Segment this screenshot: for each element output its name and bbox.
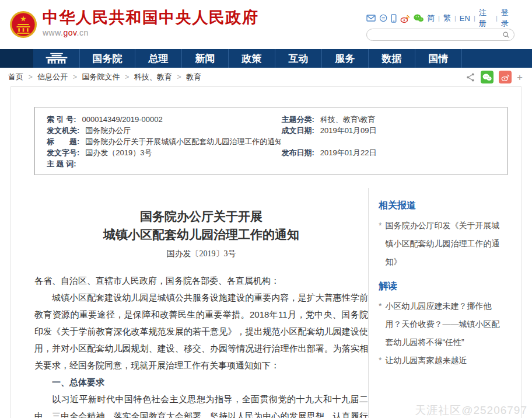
register-link[interactable]: 注册 <box>479 8 492 29</box>
meta-label: 索 引 号: <box>47 114 76 125</box>
nav-item-interact[interactable]: 互动 <box>275 49 322 68</box>
link-separator: | <box>438 15 440 22</box>
breadcrumb-row: 首页 > 信息公开 > 国务院文件 > 科技、教育 > 教育 <box>0 68 532 86</box>
link-separator: | <box>454 15 456 22</box>
lang-traditional-link[interactable]: 繁 <box>443 13 451 23</box>
share-more-button[interactable]: + <box>517 72 523 82</box>
meta-label: 主 题 词: <box>47 158 76 169</box>
lang-simplified-link[interactable]: 简 <box>427 13 435 23</box>
reading-list: *小区幼儿园应建未建？挪作他用？天价收费？——城镇小区配套幼儿园将不得“任性” … <box>379 297 506 370</box>
brand[interactable]: 中华人民共和国中央人民政府 www.gov.cn <box>9 8 259 39</box>
content-box: 索 引 号:000014349/2019-00002 发文机关:国务院办公厅 标… <box>10 86 522 418</box>
related-link[interactable]: 国务院办公厅印发《关于开展城镇小区配套幼儿园治理工作的通知》 <box>385 217 506 271</box>
mail-icon[interactable] <box>366 14 376 22</box>
meta-value: 国办发（2019）3号 <box>85 148 152 157</box>
nav-item-national[interactable]: 国情 <box>415 49 462 68</box>
meta-row-topic-category: 主题分类:科技、教育\教育 <box>281 114 507 125</box>
related-list: *国务院办公厅印发《关于开展城镇小区配套幼儿园治理工作的通知》 <box>379 217 506 271</box>
lang-english-link[interactable]: EN <box>460 14 470 23</box>
breadcrumb-separator: > <box>29 73 33 81</box>
tiananmen-icon <box>43 52 70 65</box>
search-icon[interactable] <box>502 31 510 39</box>
breadcrumb-sci-tech-edu[interactable]: 科技、教育 <box>134 72 172 81</box>
login-link[interactable]: 登录 <box>501 8 514 29</box>
content-columns: 国务院办公厅关于开展城镇小区配套幼儿园治理工作的通知 国办发〔2019〕3号 各… <box>11 188 521 418</box>
document-title-line2: 城镇小区配套幼儿园治理工作的通知 <box>103 228 299 242</box>
sidebar-reading-title: 解读 <box>379 280 506 292</box>
main-nav: 国务院 总理 新闻 政策 互动 服务 数据 国情 <box>0 49 532 68</box>
nav-item-state-council[interactable]: 国务院 <box>80 49 135 68</box>
breadcrumb-education[interactable]: 教育 <box>186 72 201 81</box>
link-separator: | <box>474 15 475 22</box>
breadcrumb-info-disclosure[interactable]: 信息公开 <box>37 72 68 81</box>
sidebar: 相关报道 *国务院办公厅印发《关于开展城镇小区配套幼儿园治理工作的通知》 解读 … <box>369 188 521 418</box>
meta-label: 发文字号: <box>47 147 79 158</box>
nav-item-news[interactable]: 新闻 <box>182 49 229 68</box>
meta-value: 国务院办公厅关于开展城镇小区配套幼儿园治理工作的通知 <box>85 137 281 146</box>
share-wechat-button[interactable] <box>481 71 494 83</box>
meta-row-spacer <box>281 136 507 147</box>
url-cn: .cn <box>77 28 89 37</box>
breadcrumb: 首页 > 信息公开 > 国务院文件 > 科技、教育 > 教育 <box>8 72 201 82</box>
meta-row-keywords: 主 题 词: <box>47 158 281 169</box>
nav-item-data[interactable]: 数据 <box>369 49 415 68</box>
meta-value: 科技、教育\教育 <box>320 115 376 124</box>
reading-link[interactable]: 让幼儿园离家越来越近 <box>385 351 467 370</box>
meta-row-index-number: 索 引 号:000014349/2019-00002 <box>47 114 281 125</box>
meta-label: 成文日期: <box>281 125 314 136</box>
nav-left-spacer <box>0 49 33 68</box>
search-input[interactable] <box>371 30 502 40</box>
breadcrumb-state-council-docs[interactable]: 国务院文件 <box>82 72 120 81</box>
meta-row-issuing-agency: 发文机关:国务院办公厅 <box>47 125 281 136</box>
breadcrumb-separator: > <box>125 73 129 81</box>
comment-icon[interactable] <box>379 13 387 23</box>
meta-column-right: 主题分类:科技、教育\教育 成文日期:2019年01月09日 发布日期:2019… <box>281 114 507 169</box>
url-www: www. <box>43 28 63 37</box>
article-section-heading: 一、总体要求 <box>34 374 368 391</box>
nav-item-premier[interactable]: 总理 <box>135 49 182 68</box>
nav-fill <box>462 49 532 68</box>
article-paragraph-requirements: 以习近平新时代中国特色社会主义思想为指导，全面贯彻党的十九大和十九届二中、三中全… <box>34 391 368 418</box>
wechat-icon[interactable] <box>414 13 424 23</box>
document-number: 国办发〔2019〕3号 <box>34 249 368 259</box>
document-title-line1: 国务院办公厅关于开展 <box>140 210 262 224</box>
share-weibo-button[interactable] <box>499 71 512 83</box>
meta-row-title: 标 题:国务院办公厅关于开展城镇小区配套幼儿园治理工作的通知 <box>47 136 281 147</box>
site-header: 中华人民共和国中央人民政府 www.gov.cn <box>0 0 532 49</box>
meta-value: 2019年01月22日 <box>320 148 377 157</box>
url-gov: gov <box>63 28 76 37</box>
share-icon[interactable] <box>466 72 475 82</box>
list-item: *小区幼儿园应建未建？挪作他用？天价收费？——城镇小区配套幼儿园将不得“任性” <box>379 297 506 351</box>
breadcrumb-separator: > <box>73 73 77 81</box>
site-url[interactable]: www.gov.cn <box>43 28 259 37</box>
meta-label: 主题分类: <box>281 114 314 125</box>
meta-label: 标 题: <box>47 136 79 147</box>
nav-item-services[interactable]: 服务 <box>322 49 369 68</box>
document-article: 国务院办公厅关于开展城镇小区配套幼儿园治理工作的通知 国办发〔2019〕3号 各… <box>11 188 368 418</box>
meta-value: 2019年01月09日 <box>320 126 377 135</box>
share-tools: + <box>466 71 523 83</box>
meta-value: 000014349/2019-00002 <box>82 115 163 124</box>
weibo-icon <box>501 74 510 81</box>
quick-links-row: 简 | 繁 | EN | 注册 | 登录 <box>366 12 514 24</box>
nav-item-policies[interactable]: 政策 <box>229 49 275 68</box>
reading-link[interactable]: 小区幼儿园应建未建？挪作他用？天价收费？——城镇小区配套幼儿园将不得“任性” <box>385 297 506 351</box>
meta-label: 发文机关: <box>47 125 79 136</box>
breadcrumb-home[interactable]: 首页 <box>8 72 23 81</box>
bullet-star: * <box>379 351 382 370</box>
national-emblem-icon <box>9 11 37 39</box>
bullet-star: * <box>379 297 382 315</box>
breadcrumb-separator: > <box>177 73 181 81</box>
meta-column-left: 索 引 号:000014349/2019-00002 发文机关:国务院办公厅 标… <box>47 114 281 169</box>
weibo-icon[interactable] <box>400 13 410 23</box>
sidebar-related-title: 相关报道 <box>379 200 506 212</box>
document-meta-table: 索 引 号:000014349/2019-00002 发文机关:国务院办公厅 标… <box>34 107 508 175</box>
bullet-star: * <box>379 217 382 235</box>
meta-value: 国务院办公厅 <box>85 126 131 135</box>
search-box[interactable] <box>366 29 514 41</box>
link-separator: | <box>496 15 498 22</box>
meta-row-date-published: 发布日期:2019年01月22日 <box>281 147 507 158</box>
mobile-icon[interactable] <box>391 13 397 23</box>
nav-home-button[interactable] <box>33 49 80 68</box>
article-paragraph-salutation: 各省、自治区、直辖市人民政府，国务院各部委、各直属机构： <box>34 272 368 289</box>
